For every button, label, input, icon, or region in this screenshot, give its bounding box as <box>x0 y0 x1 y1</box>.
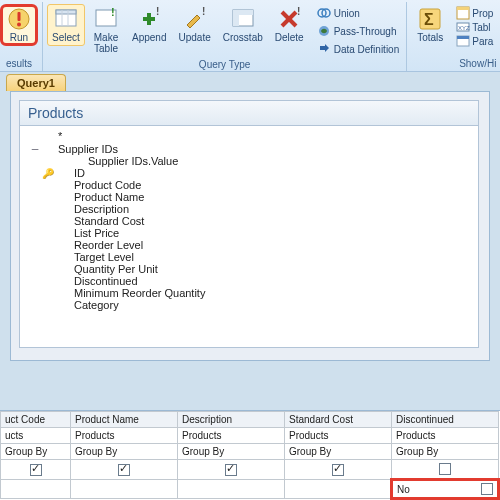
grid-field-cell[interactable]: uct Code <box>1 412 71 428</box>
field-label: Description <box>56 203 129 215</box>
parameters-label: Para <box>472 36 493 47</box>
crosstab-button[interactable]: Crosstab <box>218 4 268 46</box>
table-field-list[interactable]: *–Supplier IDsSupplier IDs.Value🔑IDProdu… <box>20 126 478 347</box>
field-label: Supplier IDs <box>56 143 118 155</box>
show-checkbox[interactable] <box>30 464 42 476</box>
grid-table-cell[interactable]: Products <box>392 428 499 444</box>
run-button[interactable]: Run <box>0 4 38 46</box>
update-icon: ! <box>183 7 207 31</box>
delete-button[interactable]: ! Delete <box>270 4 309 46</box>
field-item[interactable]: 🔑ID <box>24 167 474 179</box>
grid-criteria-cell[interactable] <box>285 480 392 499</box>
field-label: Target Level <box>56 251 134 263</box>
field-item[interactable]: Category <box>24 299 474 311</box>
field-item[interactable]: Product Name <box>24 191 474 203</box>
datadef-button[interactable]: Data Definition <box>314 40 403 58</box>
tab-query1[interactable]: Query1 <box>6 74 66 91</box>
svg-rect-10 <box>143 17 155 21</box>
show-checkbox[interactable] <box>118 464 130 476</box>
field-item[interactable]: Supplier IDs.Value <box>24 155 474 167</box>
grid-criteria-cell[interactable] <box>178 480 285 499</box>
grid-table-cell[interactable]: Products <box>178 428 285 444</box>
svg-text:!: ! <box>111 7 115 18</box>
tablenames-label: Tabl <box>472 22 490 33</box>
field-item[interactable]: List Price <box>24 227 474 239</box>
field-item[interactable]: Discontinued <box>24 275 474 287</box>
field-label: List Price <box>56 227 119 239</box>
grid-total-cell[interactable]: Group By <box>1 444 71 460</box>
maketable-button[interactable]: ! Make Table <box>87 4 125 57</box>
field-item[interactable]: Description <box>24 203 474 215</box>
field-item[interactable]: * <box>24 130 474 142</box>
crosstab-icon <box>231 7 255 31</box>
field-label: Discontinued <box>56 275 138 287</box>
grid-criteria-cell[interactable] <box>1 480 71 499</box>
show-checkbox[interactable] <box>332 464 344 476</box>
passthrough-button[interactable]: Pass-Through <box>314 22 403 40</box>
totals-button[interactable]: Σ Totals <box>411 4 449 46</box>
field-label: Supplier IDs.Value <box>56 155 178 167</box>
union-icon <box>317 6 331 20</box>
grid-field-cell[interactable]: Discontinued <box>392 412 499 428</box>
field-item[interactable]: Minimum Reorder Quantity <box>24 287 474 299</box>
ribbon-group-showhide: Σ Totals Prop XYZ Tabl Para Show/Hi <box>407 2 500 71</box>
field-item[interactable]: Quantity Per Unit <box>24 263 474 275</box>
grid-field-cell[interactable]: Standard Cost <box>285 412 392 428</box>
grid-show-cell[interactable] <box>1 460 71 480</box>
grid-table-cell[interactable]: Products <box>285 428 392 444</box>
grid-show-cell[interactable] <box>285 460 392 480</box>
select-icon <box>54 7 78 31</box>
grid-total-cell[interactable]: Group By <box>178 444 285 460</box>
field-item[interactable]: Standard Cost <box>24 215 474 227</box>
maketable-icon: ! <box>94 7 118 31</box>
document-tabs: Query1 <box>0 72 500 91</box>
field-label: Minimum Reorder Quantity <box>56 287 205 299</box>
grid-total-cell[interactable]: Group By <box>285 444 392 460</box>
grid-total-cell[interactable]: Group By <box>392 444 499 460</box>
svg-rect-4 <box>56 10 76 14</box>
grid-show-cell[interactable] <box>178 460 285 480</box>
field-label: Product Code <box>56 179 141 191</box>
expand-icon[interactable]: – <box>28 142 42 155</box>
propsheet-button[interactable]: Prop <box>455 6 494 20</box>
parameters-button[interactable]: Para <box>455 34 494 48</box>
grid-field-cell[interactable]: Product Name <box>71 412 178 428</box>
select-button[interactable]: Select <box>47 4 85 46</box>
select-label: Select <box>52 32 80 43</box>
table-products[interactable]: Products *–Supplier IDsSupplier IDs.Valu… <box>19 100 479 348</box>
results-caption: esults <box>0 57 38 70</box>
grid-show-cell[interactable] <box>392 460 499 480</box>
svg-rect-15 <box>233 10 253 15</box>
grid-criteria-cell[interactable]: No <box>392 480 499 499</box>
update-label: Update <box>178 32 210 43</box>
field-item[interactable]: Product Code <box>24 179 474 191</box>
criteria-checkbox[interactable] <box>481 483 493 495</box>
key-icon: 🔑 <box>42 168 56 179</box>
datadef-icon <box>317 42 331 56</box>
parameters-icon <box>456 34 470 48</box>
svg-rect-29 <box>457 36 469 39</box>
grid-criteria-cell[interactable] <box>71 480 178 499</box>
svg-text:!: ! <box>297 7 300 17</box>
grid-table-cell[interactable]: Products <box>71 428 178 444</box>
show-checkbox[interactable] <box>439 463 451 475</box>
grid-total-cell[interactable]: Group By <box>71 444 178 460</box>
passthrough-label: Pass-Through <box>334 26 397 37</box>
showhide-extra: Prop XYZ Tabl Para <box>451 4 496 48</box>
field-item[interactable]: Target Level <box>24 251 474 263</box>
criteria-value: No <box>397 484 410 495</box>
field-item[interactable]: Reorder Level <box>24 239 474 251</box>
union-button[interactable]: Union <box>314 4 403 22</box>
field-label: * <box>56 130 62 142</box>
grid-show-cell[interactable] <box>71 460 178 480</box>
tablenames-button[interactable]: XYZ Tabl <box>455 20 494 34</box>
append-button[interactable]: ! Append <box>127 4 171 46</box>
grid-table-cell[interactable]: ucts <box>1 428 71 444</box>
totals-label: Totals <box>417 32 443 43</box>
field-label: ID <box>56 167 85 179</box>
grid-field-cell[interactable]: Description <box>178 412 285 428</box>
field-item[interactable]: –Supplier IDs <box>24 142 474 155</box>
passthrough-icon <box>317 24 331 38</box>
update-button[interactable]: ! Update <box>173 4 215 46</box>
show-checkbox[interactable] <box>225 464 237 476</box>
